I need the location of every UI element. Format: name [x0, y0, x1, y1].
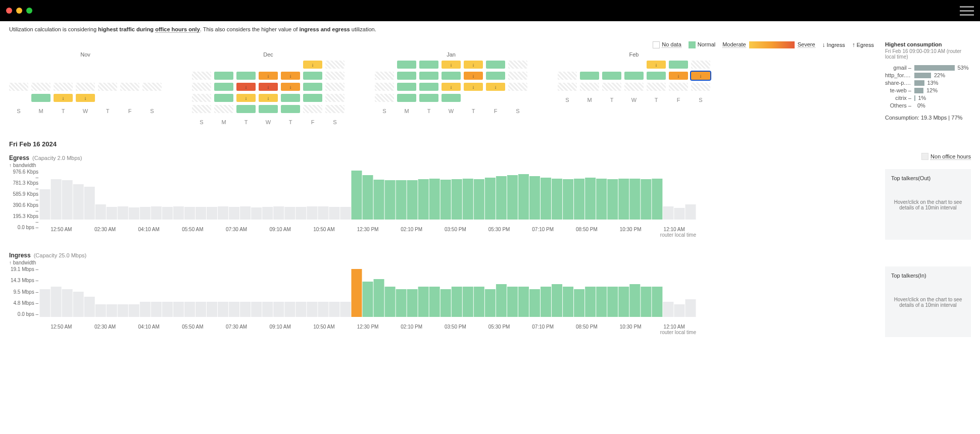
calendar-day-cell[interactable] [397, 94, 416, 102]
x-tick: 05:30 PM [477, 227, 521, 232]
calendar-day-cell[interactable] [214, 72, 233, 80]
calendar-day-cell[interactable]: ↓ [76, 94, 95, 102]
calendar-day-cell[interactable]: ↓ [647, 61, 666, 69]
calendar-day-cell[interactable] [397, 72, 416, 80]
calendar-day-cell[interactable]: ↓ [281, 72, 300, 80]
svg-rect-108 [585, 287, 596, 317]
calendar-day-cell[interactable] [31, 94, 51, 102]
menu-icon[interactable] [960, 6, 974, 16]
bar-chart[interactable] [39, 266, 696, 322]
minimize-icon[interactable] [16, 8, 22, 14]
calendar-day-cell [236, 61, 256, 69]
talker-title: Top talkers(Out) [891, 175, 965, 181]
calendar-day-cell[interactable]: ↓ [691, 72, 710, 80]
x-tick: 07:10 PM [521, 227, 565, 232]
close-icon[interactable] [6, 8, 12, 14]
calendar-day-cell[interactable]: ↓ [442, 61, 461, 69]
month-label: Feb [558, 51, 710, 58]
chart-capacity: (Capacity 2.0 Mbps) [32, 155, 82, 161]
calendar-day-cell[interactable]: ↓ [303, 61, 322, 69]
calendar-day-cell [214, 105, 233, 113]
svg-rect-91 [396, 289, 407, 317]
svg-rect-23 [296, 207, 306, 220]
calendar-day-cell[interactable] [281, 105, 300, 113]
calendar-day-cell[interactable] [303, 83, 322, 91]
calendar-day-cell[interactable]: ↓ [464, 83, 483, 91]
hc-item: share-p... –13% [885, 80, 971, 86]
calendar-day-cell [508, 61, 527, 69]
calendar-day-cell[interactable] [236, 105, 256, 113]
calendar-day-cell[interactable] [419, 72, 438, 80]
svg-rect-49 [585, 178, 596, 220]
arrow-down-icon: ↓ [450, 62, 453, 68]
calendar-day-cell [192, 105, 211, 113]
svg-rect-52 [618, 179, 629, 220]
calendar-day-cell[interactable] [303, 72, 322, 80]
calendar-day-cell[interactable]: ↓ [464, 72, 483, 80]
svg-rect-53 [629, 179, 640, 220]
utilization-note: Utilization calculation is considering h… [9, 26, 971, 32]
svg-rect-69 [151, 302, 162, 317]
svg-rect-63 [84, 297, 95, 317]
calendar-day-cell[interactable] [647, 72, 666, 80]
calendar-day-cell[interactable]: ↓ [464, 61, 483, 69]
calendar-day-cell[interactable] [419, 61, 438, 69]
calendar-heatmap[interactable]: Nov↓↓SMTWTFSDec↓↓↓↓↓↓↓↓SMTWTFSJan↓↓↓↓↓↓S… [9, 51, 874, 125]
arrow-down-icon: ↓ [245, 95, 248, 101]
calendar-day-cell[interactable] [486, 61, 505, 69]
calendar-day-cell[interactable] [281, 94, 300, 102]
calendar-day-cell [9, 94, 28, 102]
calendar-day-cell[interactable]: ↓ [259, 83, 278, 91]
x-tick: 04:10 AM [127, 227, 171, 232]
dow-label: M [31, 108, 51, 114]
calendar-day-cell[interactable]: ↓ [669, 72, 688, 80]
window-titlebar [0, 0, 980, 21]
calendar-day-cell [54, 61, 73, 69]
calendar-day-cell[interactable] [624, 72, 644, 80]
calendar-day-cell[interactable] [303, 94, 322, 102]
x-tick: 04:10 AM [127, 324, 171, 330]
calendar-day-cell[interactable] [442, 72, 461, 80]
calendar-day-cell[interactable]: ↓ [236, 83, 256, 91]
calendar-day-cell[interactable] [419, 83, 438, 91]
bar-chart[interactable] [39, 169, 696, 225]
y-axis-label: ↑ bandwidth [9, 162, 971, 168]
calendar-day-cell[interactable] [397, 61, 416, 69]
calendar-day-cell[interactable] [442, 94, 461, 102]
svg-rect-101 [507, 287, 518, 317]
calendar-day-cell [325, 72, 345, 80]
calendar-day-cell[interactable]: ↓ [442, 83, 461, 91]
calendar-day-cell[interactable]: ↓ [54, 94, 73, 102]
calendar-day-cell[interactable]: ↓ [236, 94, 256, 102]
calendar-day-cell[interactable] [214, 83, 233, 91]
dow-label: F [486, 108, 505, 114]
calendar-day-cell [142, 72, 162, 80]
maximize-icon[interactable] [26, 8, 32, 14]
calendar-day-cell[interactable] [486, 72, 505, 80]
calendar-day-cell [259, 61, 278, 69]
arrow-down-icon: ↓ [700, 73, 702, 79]
calendar-day-cell[interactable] [419, 94, 438, 102]
arrow-down-icon: ↓ [472, 84, 475, 90]
x-tick: 12:10 AM [652, 324, 696, 330]
calendar-day-cell [375, 83, 394, 91]
calendar-day-cell[interactable] [214, 94, 233, 102]
calendar-day-cell[interactable] [259, 105, 278, 113]
calendar-day-cell[interactable]: ↓ [259, 94, 278, 102]
calendar-day-cell [54, 83, 73, 91]
calendar-day-cell[interactable]: ↓ [486, 83, 505, 91]
calendar-day-cell[interactable] [602, 72, 621, 80]
calendar-day-cell[interactable]: ↓ [259, 72, 278, 80]
svg-rect-102 [518, 287, 529, 317]
calendar-day-cell[interactable] [580, 72, 599, 80]
svg-rect-11 [162, 207, 173, 220]
calendar-day-cell[interactable] [236, 72, 256, 80]
hc-item: Others –0% [885, 102, 971, 108]
dow-label: T [98, 108, 117, 114]
calendar-day-cell[interactable] [669, 61, 688, 69]
chart-capacity: (Capacity 25.0 Mbps) [34, 252, 87, 258]
calendar-day-cell[interactable]: ↓ [281, 83, 300, 91]
calendar-day-cell [142, 61, 162, 69]
calendar-day-cell[interactable] [397, 83, 416, 91]
svg-rect-43 [518, 174, 529, 220]
